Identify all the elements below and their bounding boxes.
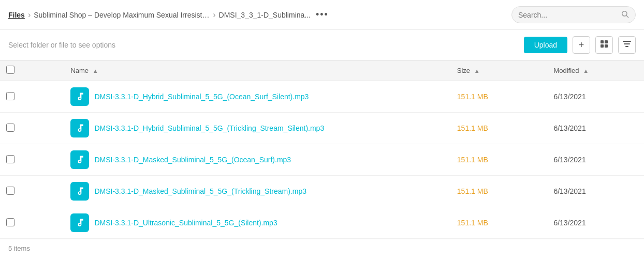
name-sort-arrow: ▲	[93, 68, 98, 74]
breadcrumb-current: DMSI_3_3_1-D_Sublimina...	[219, 11, 311, 19]
upload-button[interactable]: Upload	[524, 37, 567, 53]
select-all-checkbox[interactable]	[6, 66, 14, 74]
file-icon-4	[70, 213, 89, 232]
row-size-cell-0: 151.1 MB	[451, 81, 548, 113]
file-size-0: 151.1 MB	[457, 93, 488, 101]
search-icon	[621, 10, 629, 20]
row-checkbox-cell-3	[0, 176, 64, 207]
row-name-cell-2: DMSI-3.3.1-D_Masked_Subliminal_5_5G_(Oce…	[64, 144, 450, 176]
breadcrumb-files[interactable]: Files	[8, 11, 25, 19]
table-row: DMSI-3.3.1-D_Masked_Subliminal_5_5G_(Tri…	[0, 176, 644, 207]
file-size-4: 151.1 MB	[457, 219, 488, 227]
row-modified-cell-0: 6/13/2021	[547, 81, 644, 113]
filter-button[interactable]	[618, 36, 636, 54]
svg-rect-8	[625, 46, 628, 47]
row-checkbox-cell-2	[0, 144, 64, 176]
row-checkbox-0[interactable]	[6, 92, 14, 100]
row-modified-cell-2: 6/13/2021	[547, 144, 644, 176]
table-row: DMSI-3.3.1-D_Masked_Subliminal_5_5G_(Oce…	[0, 144, 644, 176]
row-checkbox-cell-1	[0, 113, 64, 144]
row-modified-cell-1: 6/13/2021	[547, 113, 644, 144]
svg-rect-5	[605, 44, 608, 48]
row-size-cell-1: 151.1 MB	[451, 113, 548, 144]
row-size-cell-2: 151.1 MB	[451, 144, 548, 176]
file-size-3: 151.1 MB	[457, 187, 488, 195]
row-modified-cell-4: 6/13/2021	[547, 207, 644, 239]
breadcrumb-more-button[interactable]: •••	[314, 9, 331, 20]
file-name-0[interactable]: DMSI-3.3.1-D_Hybrid_Subliminal_5_5G_(Oce…	[94, 93, 309, 101]
row-checkbox-2[interactable]	[6, 155, 14, 163]
svg-rect-4	[601, 44, 604, 48]
search-box	[511, 6, 636, 23]
breadcrumb-sep-1: ›	[28, 10, 31, 20]
add-button[interactable]: +	[573, 36, 590, 54]
file-modified-4: 6/13/2021	[553, 219, 586, 227]
file-table: Name ▲ Size ▲ Modified ▲	[0, 60, 644, 239]
file-modified-0: 6/13/2021	[553, 93, 586, 101]
table-header-row: Name ▲ Size ▲ Modified ▲	[0, 60, 644, 81]
add-icon: +	[579, 40, 584, 51]
file-name-4[interactable]: DMSI-3.3.1-D_Ultrasonic_Subliminal_5_5G_…	[94, 219, 277, 227]
svg-rect-7	[624, 43, 630, 44]
grid-icon	[600, 40, 608, 51]
file-icon-0	[70, 87, 89, 106]
header: Files › Subliminal Shop – Develop Maximu…	[0, 0, 644, 30]
search-input[interactable]	[518, 11, 617, 19]
filter-icon	[623, 40, 631, 51]
modified-sort-arrow: ▲	[583, 68, 589, 74]
size-sort-arrow: ▲	[474, 68, 480, 74]
row-name-cell-3: DMSI-3.3.1-D_Masked_Subliminal_5_5G_(Tri…	[64, 176, 450, 207]
breadcrumb-parent-link[interactable]: Subliminal Shop – Develop Maximum Sexual…	[34, 11, 210, 19]
breadcrumb-sep-2: ›	[213, 10, 215, 20]
toolbar-hint: Select folder or file to see options	[8, 41, 519, 49]
file-modified-2: 6/13/2021	[553, 156, 586, 164]
table-row: DMSI-3.3.1-D_Hybrid_Subliminal_5_5G_(Tri…	[0, 113, 644, 144]
file-size-2: 151.1 MB	[457, 156, 488, 164]
file-modified-1: 6/13/2021	[553, 124, 586, 132]
table-row: DMSI-3.3.1-D_Ultrasonic_Subliminal_5_5G_…	[0, 207, 644, 239]
row-name-cell-4: DMSI-3.3.1-D_Ultrasonic_Subliminal_5_5G_…	[64, 207, 450, 239]
col-header-name[interactable]: Name ▲	[64, 60, 450, 81]
row-name-cell-1: DMSI-3.3.1-D_Hybrid_Subliminal_5_5G_(Tri…	[64, 113, 450, 144]
row-checkbox-1[interactable]	[6, 124, 14, 132]
svg-rect-6	[623, 41, 631, 42]
footer: 5 items	[0, 239, 644, 257]
row-size-cell-4: 151.1 MB	[451, 207, 548, 239]
toolbar: Select folder or file to see options Upl…	[0, 30, 644, 60]
row-modified-cell-3: 6/13/2021	[547, 176, 644, 207]
header-checkbox-cell	[0, 60, 64, 81]
file-name-3[interactable]: DMSI-3.3.1-D_Masked_Subliminal_5_5G_(Tri…	[94, 187, 306, 195]
row-checkbox-4[interactable]	[6, 218, 14, 226]
row-checkbox-cell-4	[0, 207, 64, 239]
col-header-size[interactable]: Size ▲	[451, 60, 548, 81]
svg-rect-2	[601, 40, 604, 43]
items-count: 5 items	[8, 244, 30, 252]
svg-line-1	[626, 16, 628, 18]
row-size-cell-3: 151.1 MB	[451, 176, 548, 207]
grid-view-button[interactable]	[595, 36, 613, 54]
table-row: DMSI-3.3.1-D_Hybrid_Subliminal_5_5G_(Oce…	[0, 81, 644, 113]
col-header-modified[interactable]: Modified ▲	[547, 60, 644, 81]
row-name-cell-0: DMSI-3.3.1-D_Hybrid_Subliminal_5_5G_(Oce…	[64, 81, 450, 113]
file-size-1: 151.1 MB	[457, 124, 488, 132]
file-name-2[interactable]: DMSI-3.3.1-D_Masked_Subliminal_5_5G_(Oce…	[94, 156, 291, 164]
file-icon-1	[70, 119, 89, 137]
svg-rect-3	[605, 40, 608, 43]
row-checkbox-cell-0	[0, 81, 64, 113]
file-modified-3: 6/13/2021	[553, 187, 586, 195]
row-checkbox-3[interactable]	[6, 187, 14, 195]
file-name-1[interactable]: DMSI-3.3.1-D_Hybrid_Subliminal_5_5G_(Tri…	[94, 124, 324, 132]
file-icon-2	[70, 150, 89, 169]
file-icon-3	[70, 182, 89, 201]
